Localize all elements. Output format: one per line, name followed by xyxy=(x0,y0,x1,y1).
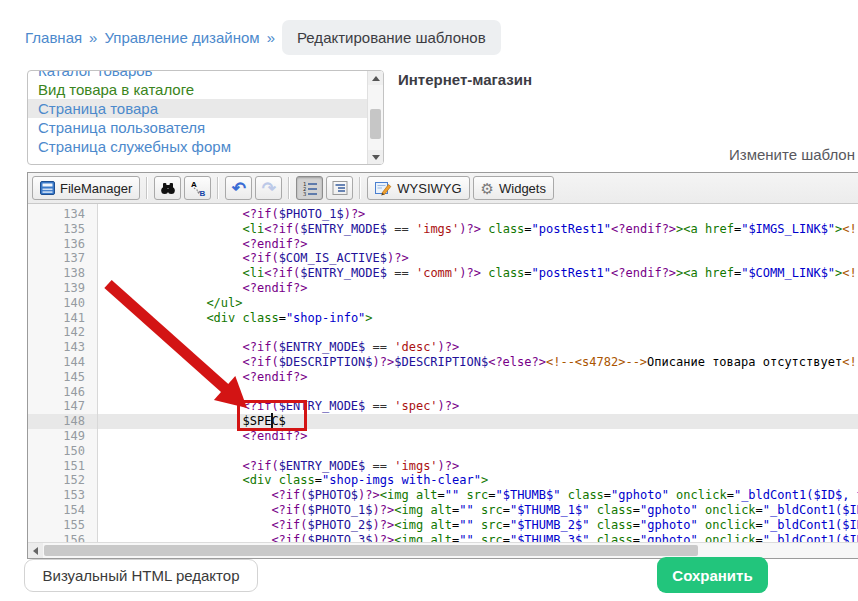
svg-text:3: 3 xyxy=(303,191,306,196)
line-numbers-icon: 1 2 3 xyxy=(302,180,318,196)
toolbar-separator xyxy=(288,177,290,199)
line-number: 150 xyxy=(28,444,97,459)
line-number: 151 xyxy=(28,459,97,474)
breadcrumb-separator: » xyxy=(89,29,97,46)
code-line[interactable]: $SPEC$ xyxy=(98,414,858,429)
code-area[interactable]: 1341351361371381391401411421431441451461… xyxy=(28,204,858,542)
widgets-label: Widgets xyxy=(499,181,546,196)
line-number: 148 xyxy=(28,414,97,429)
wysiwyg-label: WYSIWYG xyxy=(397,181,461,196)
line-number: 143 xyxy=(28,340,97,355)
code-line[interactable]: ​ xyxy=(98,444,858,459)
auto-format-button[interactable] xyxy=(326,176,353,200)
template-list-item[interactable]: Страница служебных форм xyxy=(28,137,367,156)
line-number: 144 xyxy=(28,355,97,370)
replace-button[interactable]: A B xyxy=(184,176,211,200)
template-list-item[interactable]: Каталог товаров xyxy=(28,70,367,80)
svg-text:A: A xyxy=(191,180,197,189)
template-list-item[interactable]: Вид товара в каталоге xyxy=(28,80,367,99)
toolbar-separator xyxy=(359,177,361,199)
filemanager-button[interactable]: FileManager xyxy=(32,176,140,200)
horizontal-scrollbar-thumb[interactable] xyxy=(44,545,698,556)
line-number: 136 xyxy=(28,237,97,252)
line-numbers-toggle-button[interactable]: 1 2 3 xyxy=(296,176,323,200)
indent-format-icon xyxy=(332,180,348,196)
code-line[interactable]: <?if($COM_IS_ACTIVE$)?> xyxy=(98,251,858,266)
line-number: 140 xyxy=(28,296,97,311)
line-number: 139 xyxy=(28,281,97,296)
code-line[interactable]: <?if($PHOTO_1$)?> xyxy=(98,207,858,222)
breadcrumb-current-badge: Редактирование шаблонов xyxy=(282,20,501,55)
line-number: 138 xyxy=(28,266,97,281)
widgets-button[interactable]: ⚙ Widgets xyxy=(473,176,554,200)
code-line[interactable]: <?if($ENTRY_MODE$ == 'imgs')?> xyxy=(98,459,858,474)
breadcrumb-link-home[interactable]: Главная xyxy=(25,29,82,46)
undo-button[interactable]: ↶ xyxy=(225,176,252,200)
code-line[interactable]: <?endif?> xyxy=(98,370,858,385)
template-list-item[interactable]: Страница товара xyxy=(28,99,367,118)
code-line[interactable]: <?if($PHOTO_3$)?><img alt="" src="$THUMB… xyxy=(98,533,858,542)
line-number: 152 xyxy=(28,473,97,488)
code-editor: FileManager A B xyxy=(27,172,858,559)
section-title: Интернет-магазин xyxy=(398,71,532,88)
triangle-up-icon xyxy=(372,76,380,81)
redo-button[interactable]: ↷ xyxy=(255,176,282,200)
code-line[interactable]: </ul> xyxy=(98,296,858,311)
undo-icon: ↶ xyxy=(232,180,246,197)
editor-horizontal-scrollbar[interactable] xyxy=(28,542,858,558)
breadcrumb-link-design-management[interactable]: Управление дизайном xyxy=(104,29,259,46)
editor-toolbar: FileManager A B xyxy=(28,173,858,204)
edit-template-hint: Измените шаблон xyxy=(729,146,855,163)
code-line[interactable]: <?if($PHOTO_1$)?><img alt="" src="$THUMB… xyxy=(98,503,858,518)
template-list-scrollbar[interactable] xyxy=(367,71,383,164)
line-number: 137 xyxy=(28,251,97,266)
redo-icon: ↷ xyxy=(262,180,276,197)
breadcrumb: Главная » Управление дизайном » Редактир… xyxy=(25,20,501,55)
template-editor-page: Главная » Управление дизайном » Редактир… xyxy=(0,0,858,601)
code-line[interactable]: <?endif?> xyxy=(98,281,858,296)
line-number: 154 xyxy=(28,503,97,518)
template-list-item[interactable]: Страница пользователя xyxy=(28,118,367,137)
line-number-gutter: 1341351361371381391401411421431441451461… xyxy=(28,204,98,542)
line-number: 141 xyxy=(28,311,97,326)
save-button[interactable]: Сохранить xyxy=(657,557,768,593)
code-line[interactable]: <?if($DESCRIPTION$)?>$DESCRIPTION$<?else… xyxy=(98,355,858,370)
template-list[interactable]: Каталог товаровВид товара в каталогеСтра… xyxy=(27,70,384,165)
code-line[interactable]: <?if($ENTRY_MODE$ == 'desc')?> xyxy=(98,340,858,355)
code-line[interactable]: <?if($PHOTO_2$)?><img alt="" src="$THUMB… xyxy=(98,518,858,533)
scroll-left-button[interactable] xyxy=(28,543,43,558)
line-number: 156 xyxy=(28,533,97,542)
line-number: 155 xyxy=(28,518,97,533)
svg-text:B: B xyxy=(199,189,205,197)
toolbar-separator xyxy=(217,177,219,199)
code-line[interactable]: <?endif?> xyxy=(98,237,858,252)
toolbar-separator xyxy=(146,177,148,199)
code-line[interactable]: <?endif?> xyxy=(98,429,858,444)
scroll-down-button[interactable] xyxy=(368,150,383,164)
wysiwyg-button[interactable]: WYSIWYG xyxy=(367,176,469,200)
code-line[interactable]: <li<?if($ENTRY_MODE$ == 'imgs')?> class=… xyxy=(98,222,858,237)
visual-html-editor-button[interactable]: Визуальный HTML редактор xyxy=(24,559,258,592)
code-line[interactable]: <li<?if($ENTRY_MODE$ == 'comm')?> class=… xyxy=(98,266,858,281)
line-number: 145 xyxy=(28,370,97,385)
code-line[interactable]: <div class="shop-imgs with-clear"> xyxy=(98,473,858,488)
search-button[interactable] xyxy=(154,176,181,200)
code-line[interactable]: <?if($PHOTO$)?><img alt="" src="$THUMB$"… xyxy=(98,488,858,503)
code-line[interactable]: ​ xyxy=(98,325,858,340)
replace-a-to-b-icon: A B xyxy=(190,180,206,196)
line-number: 135 xyxy=(28,222,97,237)
scroll-up-button[interactable] xyxy=(368,71,383,85)
binoculars-search-icon xyxy=(160,180,176,196)
triangle-down-icon xyxy=(372,155,380,160)
code-line[interactable]: <?if($ENTRY_MODE$ == 'spec')?> xyxy=(98,399,858,414)
code-line[interactable]: <div class="shop-info"> xyxy=(98,311,858,326)
line-number: 134 xyxy=(28,207,97,222)
triangle-left-icon xyxy=(33,547,38,555)
vertical-scrollbar-thumb[interactable] xyxy=(370,109,381,139)
line-number: 147 xyxy=(28,399,97,414)
line-number: 153 xyxy=(28,488,97,503)
code-line[interactable]: ​ xyxy=(98,385,858,400)
line-number: 142 xyxy=(28,325,97,340)
code-lines[interactable]: <?if($PHOTO_1$)?> <li<?if($ENTRY_MODE$ =… xyxy=(98,204,858,542)
line-number: 149 xyxy=(28,429,97,444)
